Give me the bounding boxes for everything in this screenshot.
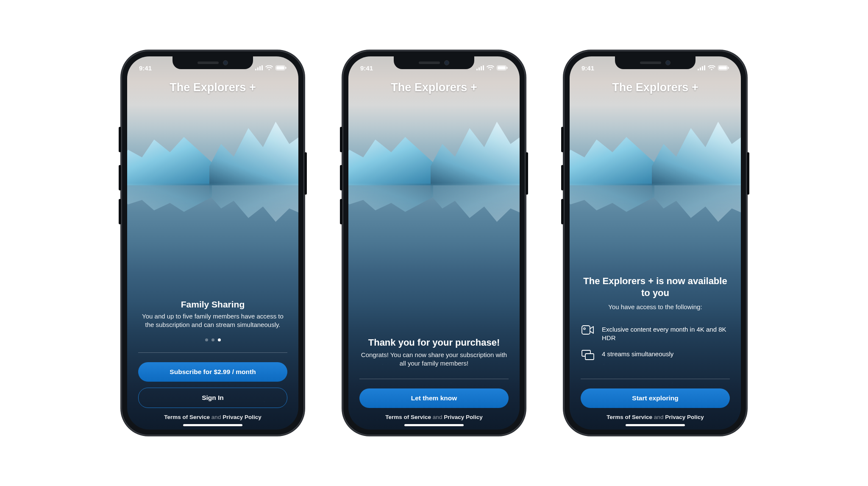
phone-frame: 9:41 The Explorers + The Explorers + is … — [564, 50, 747, 436]
svg-rect-18 — [702, 66, 703, 70]
svg-rect-0 — [255, 69, 256, 70]
status-bar: 9:41 — [348, 61, 520, 74]
streams-icon — [581, 350, 595, 360]
section-subtext: You have access to the following: — [581, 303, 730, 311]
wifi-icon — [708, 65, 715, 70]
privacy-link[interactable]: Privacy Policy — [444, 414, 483, 420]
svg-rect-8 — [476, 69, 478, 70]
feature-text: Exclusive content every month in 4K and … — [602, 325, 730, 343]
app-title: The Explorers + — [127, 81, 298, 94]
home-indicator[interactable] — [626, 424, 685, 426]
legal-and: and — [211, 414, 221, 420]
lower-panel: Start exploring Terms of Service and Pri… — [570, 372, 741, 420]
phone-frame: 9:41 The Explorers + Thank you for your … — [342, 50, 526, 436]
terms-link[interactable]: Terms of Service — [606, 414, 652, 420]
terms-link[interactable]: Terms of Service — [164, 414, 210, 420]
content-body: The Explorers + is now available to you … — [570, 94, 741, 372]
svg-rect-9 — [479, 67, 480, 70]
svg-point-12 — [490, 69, 491, 70]
svg-rect-27 — [585, 354, 594, 360]
legal-links: Terms of Service and Privacy Policy — [359, 414, 509, 420]
svg-rect-10 — [481, 66, 482, 70]
app-title: The Explorers + — [348, 81, 520, 94]
cellular-icon — [698, 65, 705, 70]
svg-rect-3 — [262, 65, 263, 70]
status-time: 9:41 — [139, 64, 152, 72]
legal-links: Terms of Service and Privacy Policy — [138, 414, 287, 420]
feature-item: 4 streams simultaneously — [581, 350, 730, 360]
video-icon — [581, 325, 595, 335]
wifi-icon — [265, 65, 273, 70]
svg-rect-24 — [582, 326, 590, 334]
section-subtext: You and up to five family members have a… — [138, 312, 287, 330]
svg-point-4 — [268, 69, 270, 70]
svg-rect-23 — [728, 67, 729, 69]
primary-cta-button[interactable]: Let them know — [359, 388, 509, 408]
status-time: 9:41 — [581, 64, 594, 72]
battery-icon — [718, 65, 729, 70]
pager[interactable] — [138, 338, 287, 341]
pager-dot[interactable] — [218, 338, 221, 341]
svg-rect-17 — [700, 67, 701, 70]
legal-and: and — [433, 414, 442, 420]
svg-rect-14 — [498, 66, 506, 70]
svg-rect-6 — [276, 66, 284, 70]
pager-dot[interactable] — [211, 338, 214, 341]
svg-rect-15 — [507, 67, 508, 69]
section-heading: Thank you for your purchase! — [359, 337, 509, 348]
status-time: 9:41 — [360, 64, 373, 72]
svg-rect-7 — [286, 67, 287, 69]
section-heading: Family Sharing — [138, 299, 287, 310]
status-right — [476, 65, 508, 70]
home-indicator[interactable] — [183, 424, 242, 426]
legal-and: and — [654, 414, 664, 420]
lower-panel: Let them know Terms of Service and Priva… — [348, 372, 520, 420]
privacy-link[interactable]: Privacy Policy — [665, 414, 704, 420]
primary-cta-button[interactable]: Subscribe for $2.99 / month — [138, 362, 287, 382]
phone-screen: 9:41 The Explorers + Family Sharing You … — [127, 56, 298, 430]
battery-icon — [275, 65, 287, 70]
status-bar: 9:41 — [127, 61, 298, 74]
svg-rect-11 — [483, 65, 484, 70]
svg-point-25 — [584, 328, 585, 330]
svg-rect-2 — [259, 66, 261, 70]
lower-panel: Subscribe for $2.99 / monthSign In Terms… — [127, 346, 298, 420]
divider — [581, 379, 730, 379]
primary-cta-button[interactable]: Start exploring — [581, 388, 730, 408]
section-subtext: Congrats! You can now share your subscri… — [359, 351, 509, 368]
content-body: Family Sharing You and up to five family… — [127, 94, 298, 346]
status-right — [255, 65, 287, 70]
feature-item: Exclusive content every month in 4K and … — [581, 325, 730, 343]
battery-icon — [497, 65, 508, 70]
cellular-icon — [476, 65, 484, 70]
home-indicator[interactable] — [404, 424, 464, 426]
divider — [138, 352, 287, 353]
content-body: Thank you for your purchase! Congrats! Y… — [348, 94, 520, 372]
phone-frame: 9:41 The Explorers + Family Sharing You … — [121, 50, 304, 436]
svg-rect-22 — [719, 66, 727, 70]
status-bar: 9:41 — [570, 61, 741, 74]
svg-rect-1 — [257, 67, 259, 70]
wifi-icon — [487, 65, 494, 70]
svg-rect-16 — [698, 69, 699, 70]
status-right — [698, 65, 729, 70]
secondary-cta-button[interactable]: Sign In — [138, 388, 287, 408]
section-heading: The Explorers + is now available to you — [581, 275, 730, 299]
phone-screen: 9:41 The Explorers + The Explorers + is … — [570, 56, 741, 430]
feature-text: 4 streams simultaneously — [602, 350, 673, 358]
app-title: The Explorers + — [570, 81, 741, 94]
divider — [359, 379, 509, 379]
privacy-link[interactable]: Privacy Policy — [223, 414, 262, 420]
terms-link[interactable]: Terms of Service — [385, 414, 431, 420]
legal-links: Terms of Service and Privacy Policy — [581, 414, 730, 420]
phone-screen: 9:41 The Explorers + Thank you for your … — [348, 56, 520, 430]
svg-rect-19 — [704, 65, 705, 70]
cellular-icon — [255, 65, 263, 70]
pager-dot[interactable] — [205, 338, 208, 341]
feature-list: Exclusive content every month in 4K and … — [581, 318, 730, 368]
svg-point-20 — [711, 69, 712, 70]
